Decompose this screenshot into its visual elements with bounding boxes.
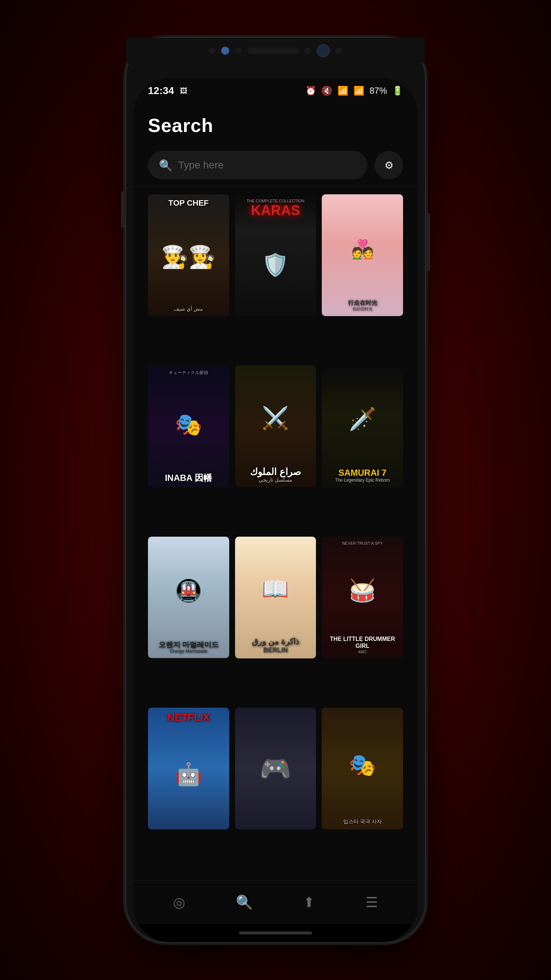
search-placeholder-text: Type here — [178, 159, 224, 171]
card-topchef[interactable]: TOP CHEF 👨‍🍳👩‍🍳 مش أي شيف — [148, 194, 229, 316]
card-inaba-figure: 🎭 — [175, 376, 202, 473]
battery-icon: 🔋 — [392, 86, 403, 96]
card-karas-title: KARAS — [251, 203, 300, 218]
card-berlin-subtitle: BERLIN — [263, 646, 287, 654]
page-header: Search — [133, 103, 418, 144]
filter-button[interactable]: ⚙ — [375, 151, 403, 180]
dot-4 — [336, 48, 342, 54]
search-nav-icon: 🔍 — [236, 894, 253, 910]
status-bar: 12:34 🖼 ⏰ 🔇 📶 📶 87% 🔋 — [133, 78, 418, 103]
nav-item-menu[interactable]: ☰ — [365, 894, 378, 910]
card-romance[interactable]: 💑 行走在时光 你好旧时光 — [322, 194, 403, 316]
compass-icon: ◎ — [173, 894, 185, 910]
card-samurai-subtitle: The Legendary Epic Reborn — [335, 477, 390, 483]
card-action-figure: 🎮 — [259, 712, 291, 825]
card-romance-figure: 💑 — [351, 199, 374, 300]
card-historical-subtitle: مسلسل تاريخي — [259, 477, 292, 483]
card-topchef-subtitle: مش أي شيف — [174, 306, 203, 312]
signal-icon: 📶 — [354, 86, 364, 96]
card-comedy-figure: 🎭 — [349, 712, 376, 818]
battery-text: 87% — [370, 86, 387, 96]
phone-screen: 12:34 🖼 ⏰ 🔇 📶 📶 87% 🔋 Search 🔍 — [133, 78, 418, 942]
card-karas-figure: 🛡️ — [262, 218, 289, 312]
dot-2 — [235, 48, 241, 54]
download-icon: ⬆ — [303, 894, 315, 910]
speaker-grille — [248, 48, 299, 54]
search-icon: 🔍 — [159, 159, 172, 172]
status-left: 12:34 🖼 — [148, 85, 187, 97]
front-camera — [317, 44, 330, 57]
page-title: Search — [148, 115, 403, 136]
card-berlin-title: ذاكرة من ورق — [252, 637, 299, 646]
card-berlin-figure: 📖 — [262, 541, 289, 638]
card-inaba-title: INABA 因幡 — [165, 473, 212, 483]
bottom-nav: ◎ 🔍 ⬆ ☰ — [133, 880, 418, 924]
card-drummer-title: THE LITTLE DRUMMER GIRL — [325, 635, 400, 649]
mute-icon: 🔇 — [321, 86, 332, 96]
card-drummer-tagline: NEVER TRUST A SPY — [342, 541, 383, 546]
card-topchef-figure: 👨‍🍳👩‍🍳 — [161, 207, 216, 306]
card-comedy-subtitle: 입스타 국극 사자 — [343, 818, 382, 825]
alarm-icon: ⏰ — [305, 86, 316, 96]
dot-3 — [304, 48, 311, 54]
nav-item-discover[interactable]: ◎ — [173, 894, 185, 910]
card-kdrama-figure: 🚇 — [175, 541, 202, 641]
dot-1 — [209, 48, 215, 54]
card-samurai[interactable]: 🗡️ SAMURAI 7 The Legendary Epic Reborn — [322, 365, 403, 487]
card-drummer-network: AMC — [358, 650, 367, 654]
nav-item-search[interactable]: 🔍 — [236, 894, 253, 910]
card-romance-subtitle: 你好旧时光 — [353, 306, 372, 312]
card-drummer-figure: 🥁 — [349, 546, 376, 636]
card-netflix-figure: 🤖 — [175, 723, 202, 825]
card-action2[interactable]: 🎮 — [235, 708, 316, 829]
card-historical[interactable]: ⚔️ صراع الملوك مسلسل تاريخي — [235, 365, 316, 487]
home-indicator — [133, 924, 418, 942]
status-right: ⏰ 🔇 📶 📶 87% 🔋 — [305, 86, 403, 96]
search-bar[interactable]: 🔍 Type here — [148, 151, 367, 180]
wifi-icon: 📶 — [337, 86, 348, 96]
card-inaba[interactable]: キューティクル探偵 🎭 INABA 因幡 — [148, 365, 229, 487]
card-netflix-brand: NETFLIX — [167, 712, 210, 723]
phone-frame: 12:34 🖼 ⏰ 🔇 📶 📶 87% 🔋 Search 🔍 — [126, 38, 425, 942]
search-row: 🔍 Type here ⚙ — [133, 144, 418, 187]
card-historical-title: صراع الملوك — [250, 467, 301, 477]
card-karas[interactable]: THE COMPLETE COLLECTION KARAS 🛡️ — [235, 194, 316, 316]
card-inaba-jp: キューティクル探偵 — [169, 370, 208, 376]
photo-icon: 🖼 — [180, 87, 187, 95]
status-time: 12:34 — [148, 85, 174, 97]
card-comedy[interactable]: 🎭 입스타 국극 사자 — [322, 708, 403, 829]
phone-top-hardware — [126, 38, 425, 64]
card-topchef-title: TOP CHEF — [168, 199, 208, 207]
card-netflix-anim[interactable]: NETFLIX 🤖 — [148, 708, 229, 829]
nav-item-download[interactable]: ⬆ — [303, 894, 315, 910]
card-historical-figure: ⚔️ — [262, 370, 289, 466]
content-grid: TOP CHEF 👨‍🍳👩‍🍳 مش أي شيف THE COMPLETE C… — [133, 187, 418, 880]
menu-icon: ☰ — [365, 894, 378, 910]
card-samurai-figure: 🗡️ — [349, 370, 376, 468]
screen-content: Search 🔍 Type here ⚙ TOP CHEF — [133, 103, 418, 942]
dot-camera — [221, 47, 229, 55]
card-berlin[interactable]: 📖 ذاكرة من ورق BERLIN — [235, 537, 316, 659]
filter-icon: ⚙ — [384, 159, 394, 171]
card-kdrama[interactable]: 🚇 오렌지 마멀레이드 Orange Marmalade — [148, 537, 229, 659]
card-romance-title: 行走在时光 — [348, 300, 377, 306]
card-kdrama-title: 오렌지 마멀레이드 — [159, 641, 219, 649]
home-bar — [239, 932, 312, 934]
card-drummer[interactable]: NEVER TRUST A SPY 🥁 THE LITTLE DRUMMER G… — [322, 537, 403, 659]
card-kdrama-subtitle: Orange Marmalade — [170, 649, 207, 654]
card-samurai-title: SAMURAI 7 — [338, 468, 387, 477]
